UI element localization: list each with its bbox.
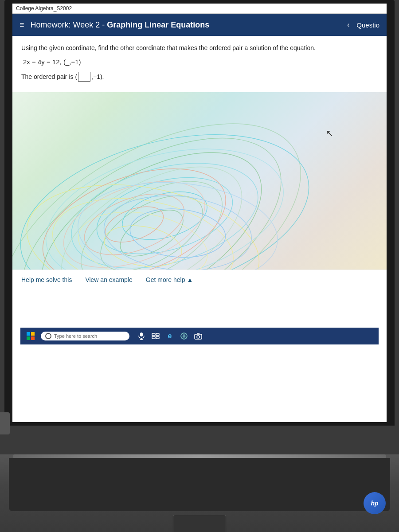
svg-point-3 xyxy=(40,140,263,270)
svg-point-37 xyxy=(197,336,200,338)
help-me-solve-button[interactable]: Help me solve this xyxy=(21,276,72,283)
svg-point-0 xyxy=(113,201,190,266)
camera-icon[interactable] xyxy=(193,331,203,341)
taskbar-icons: e xyxy=(137,331,203,341)
svg-rect-26 xyxy=(31,336,35,340)
answer-prefix: The ordered pair is ( xyxy=(21,73,77,80)
keyboard-area xyxy=(0,454,399,532)
title-bar: College Algebra_S2002 xyxy=(12,4,387,14)
header-title-prefix: Homework: Week 2 - xyxy=(31,20,107,29)
edge-icon[interactable]: e xyxy=(165,331,175,341)
bottom-actions: Help me solve this View an example Get m… xyxy=(12,270,387,289)
svg-point-6 xyxy=(12,92,336,270)
equation-line: 2x − 4y = 12, (_,−1) xyxy=(23,58,378,66)
network-icon[interactable] xyxy=(179,331,189,341)
svg-rect-32 xyxy=(152,336,155,339)
edge-letter: e xyxy=(168,332,172,340)
left-notch xyxy=(0,412,10,434)
svg-rect-27 xyxy=(140,332,143,336)
svg-point-8 xyxy=(88,164,241,267)
svg-point-4 xyxy=(16,119,287,270)
svg-rect-24 xyxy=(31,332,35,336)
taskbar-search-placeholder: Type here to search xyxy=(54,333,97,339)
get-more-help-button[interactable]: Get more help ▲ xyxy=(146,276,193,283)
question-label: Questio xyxy=(356,21,379,29)
keyboard-top-bar xyxy=(13,454,386,458)
svg-point-17 xyxy=(76,182,192,267)
svg-rect-23 xyxy=(27,332,30,336)
header-bar: ≡ Homework: Week 2 - Graphing Linear Equ… xyxy=(12,14,387,36)
taskbar-search-bar[interactable]: Type here to search xyxy=(41,332,129,340)
keyboard-body xyxy=(9,458,390,511)
laptop-shell: College Algebra_S2002 ≡ Homework: Week 2… xyxy=(0,0,399,532)
svg-point-16 xyxy=(100,200,168,249)
svg-rect-30 xyxy=(152,333,155,336)
svg-rect-25 xyxy=(27,336,30,340)
microphone-icon[interactable] xyxy=(137,331,146,341)
touchpad[interactable] xyxy=(173,515,226,532)
nav-back-button[interactable]: ‹ xyxy=(344,19,353,31)
answer-suffix: ,−1). xyxy=(91,73,104,80)
header-title: Homework: Week 2 - Graphing Linear Equat… xyxy=(31,20,344,30)
taskbar: Type here to search xyxy=(20,328,379,344)
task-view-icon[interactable] xyxy=(151,331,160,341)
screen-bezel: College Algebra_S2002 ≡ Homework: Week 2… xyxy=(4,0,395,426)
header-title-bold: Graphing Linear Equations xyxy=(107,20,209,29)
answer-line: The ordered pair is ( ,−1). xyxy=(21,72,378,82)
svg-rect-33 xyxy=(156,336,159,339)
browser-title: College Algebra_S2002 xyxy=(16,5,72,12)
search-circle-icon xyxy=(45,333,51,339)
swirl-svg xyxy=(12,92,387,270)
svg-rect-31 xyxy=(156,333,159,336)
problem-description: Using the given coordinate, find the oth… xyxy=(21,43,378,53)
view-example-button[interactable]: View an example xyxy=(85,276,132,283)
hp-logo: hp xyxy=(364,492,386,514)
svg-point-11 xyxy=(12,106,327,270)
swirl-background: ↖ xyxy=(12,92,387,270)
screen: College Algebra_S2002 ≡ Homework: Week 2… xyxy=(12,4,387,422)
svg-point-5 xyxy=(12,99,312,270)
get-more-help-arrow: ▲ xyxy=(187,276,193,283)
menu-icon[interactable]: ≡ xyxy=(20,20,24,30)
get-more-help-label: Get more help xyxy=(146,276,185,283)
answer-input[interactable] xyxy=(78,72,90,82)
start-button[interactable] xyxy=(24,329,37,343)
content-area: Using the given coordinate, find the oth… xyxy=(12,36,387,92)
svg-point-9 xyxy=(60,145,270,270)
